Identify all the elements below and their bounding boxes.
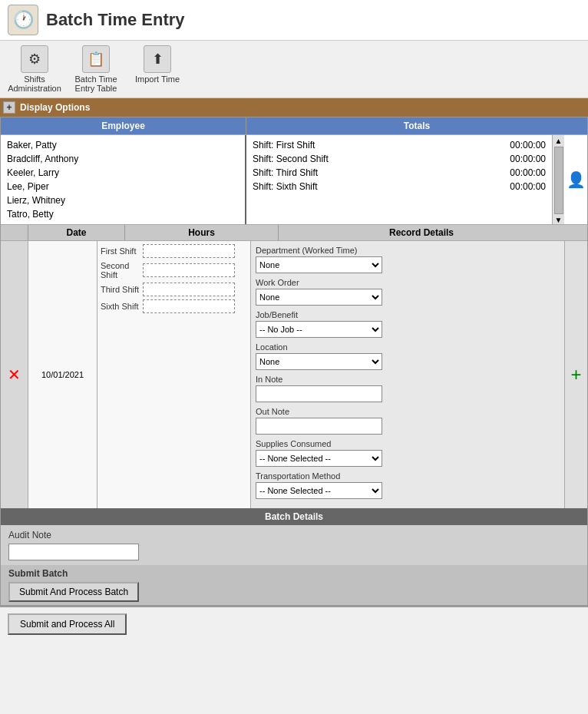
submit-batch-label: Submit Batch [8, 568, 580, 579]
submit-batch-section: Submit Batch Submit And Process Batch [1, 565, 587, 605]
department-select[interactable]: None [256, 256, 382, 273]
totals-row: Shift: Second Shift 00:00:00 [253, 152, 546, 166]
toolbar-shifts-admin[interactable]: ⚙ Shifts Administration [8, 45, 61, 93]
first-shift-row: First Shift [101, 244, 247, 258]
third-shift-label: Third Shift [101, 285, 143, 294]
delete-col-header [1, 225, 28, 240]
list-item[interactable]: Keeler, Larry [1, 166, 245, 180]
shift-first-label: Shift: First Shift [253, 140, 315, 150]
third-shift-input[interactable] [143, 283, 235, 296]
totals-row: Shift: Third Shift 00:00:00 [253, 166, 546, 180]
audit-note-label: Audit Note [8, 530, 580, 540]
list-item[interactable]: Tatro, Betty [1, 207, 245, 221]
batch-details-bar: Batch Details [1, 508, 587, 525]
hours-column-header: Hours [125, 225, 279, 240]
person-icon-area: 👤 [564, 135, 587, 224]
work-order-label: Work Order [256, 278, 560, 287]
first-shift-input[interactable] [143, 244, 235, 258]
record-details-column-header: Record Details [279, 225, 564, 240]
toolbar-batch-time-entry-label: Batch Time Entry Table [69, 74, 123, 93]
audit-note-input[interactable] [8, 544, 139, 560]
entry-row: ✕ 10/01/2021 First Shift Second Shift Th… [1, 240, 587, 508]
shift-third-label: Shift: Third Shift [253, 167, 318, 178]
scroll-thumb[interactable] [554, 147, 563, 214]
totals-row: Shift: First Shift 00:00:00 [253, 138, 546, 152]
bottom-bar: Submit and Process All [0, 606, 588, 641]
hours-section: First Shift Second Shift Third Shift Six… [97, 241, 251, 508]
page-title: Batch Time Entry [46, 10, 185, 30]
location-label: Location [256, 342, 560, 352]
out-note-label: Out Note [256, 407, 560, 416]
shift-third-value: 00:00:00 [510, 167, 546, 178]
submit-all-button[interactable]: Submit and Process All [8, 613, 127, 635]
shift-sixth-value: 00:00:00 [510, 181, 546, 192]
person-icon: 👤 [567, 170, 586, 189]
list-item[interactable]: Lierz, Whitney [1, 193, 245, 207]
display-options-expand[interactable]: + [3, 101, 15, 114]
totals-column-header: Totals [246, 117, 587, 134]
employees-totals-section: Baker, Patty Bradcliff, Anthony Keeler, … [1, 134, 587, 224]
record-details-section: Department (Worked Time) None Work Order… [251, 241, 564, 508]
add-row-button[interactable]: + [564, 241, 587, 508]
toolbar-import-time-label: Import Time [135, 74, 180, 84]
transportation-label: Transportation Method [256, 471, 560, 481]
first-shift-label: First Shift [101, 246, 143, 256]
toolbar-batch-time-entry[interactable]: 📋 Batch Time Entry Table [69, 45, 123, 93]
department-label: Department (Worked Time) [256, 246, 560, 255]
list-item[interactable]: Baker, Patty [1, 138, 245, 152]
toolbar-import-time[interactable]: ⬆ Import Time [130, 45, 184, 93]
add-icon[interactable]: + [570, 364, 581, 385]
delete-icon[interactable]: ✕ [8, 365, 21, 384]
transportation-select[interactable]: -- None Selected -- [256, 482, 382, 499]
sixth-shift-row: Sixth Shift [101, 299, 247, 313]
scroll-up-icon[interactable]: ▲ [555, 137, 563, 145]
third-shift-row: Third Shift [101, 283, 247, 296]
list-item[interactable]: Bradcliff, Anthony [1, 152, 245, 166]
shift-second-value: 00:00:00 [510, 154, 546, 164]
shift-second-label: Shift: Second Shift [253, 154, 329, 164]
sixth-shift-label: Sixth Shift [101, 302, 143, 311]
app-icon: 🕐 [8, 5, 38, 35]
add-col-header [564, 225, 587, 240]
submit-batch-button[interactable]: Submit And Process Batch [8, 582, 139, 602]
shifts-admin-icon: ⚙ [21, 45, 48, 73]
supplies-consumed-label: Supplies Consumed [256, 439, 560, 448]
in-note-label: In Note [256, 375, 560, 384]
display-options-label: Display Options [20, 102, 90, 113]
date-column-header: Date [28, 225, 125, 240]
import-time-icon: ⬆ [144, 45, 171, 73]
batch-time-entry-icon: 📋 [82, 45, 110, 73]
column-headers: Employee Totals [1, 117, 587, 134]
shift-sixth-label: Shift: Sixth Shift [253, 181, 318, 192]
entry-sub-headers: Date Hours Record Details [1, 224, 587, 240]
scrollbar[interactable]: ▲ ▼ [552, 135, 564, 224]
app-header: 🕐 Batch Time Entry [0, 0, 588, 41]
job-benefit-select[interactable]: -- No Job -- [256, 321, 382, 338]
totals-row: Shift: Sixth Shift 00:00:00 [253, 180, 546, 193]
entry-date: 10/01/2021 [28, 241, 97, 508]
sixth-shift-input[interactable] [143, 299, 235, 313]
toolbar-shifts-admin-label: Shifts Administration [8, 74, 61, 93]
shift-first-value: 00:00:00 [510, 140, 546, 150]
second-shift-input[interactable] [143, 263, 235, 277]
scroll-down-icon[interactable]: ▼ [555, 216, 563, 224]
audit-section: Audit Note [1, 525, 587, 565]
second-shift-label: Second Shift [101, 261, 143, 279]
in-note-input[interactable] [256, 385, 382, 402]
list-item[interactable]: Lee, Piper [1, 180, 245, 193]
employee-column-header: Employee [1, 117, 246, 134]
display-options-bar: + Display Options [0, 98, 588, 117]
toolbar: ⚙ Shifts Administration 📋 Batch Time Ent… [0, 41, 588, 98]
location-select[interactable]: None [256, 353, 382, 370]
totals-list: Shift: First Shift 00:00:00 Shift: Secon… [246, 135, 552, 224]
job-benefit-label: Job/Benefit [256, 310, 560, 319]
out-note-input[interactable] [256, 418, 382, 435]
main-table: Employee Totals Baker, Patty Bradcliff, … [0, 117, 588, 606]
work-order-select[interactable]: None [256, 289, 382, 306]
employee-list: Baker, Patty Bradcliff, Anthony Keeler, … [1, 135, 246, 224]
second-shift-row: Second Shift [101, 261, 247, 279]
supplies-select[interactable]: -- None Selected -- [256, 450, 382, 467]
delete-row-button[interactable]: ✕ [1, 241, 28, 508]
